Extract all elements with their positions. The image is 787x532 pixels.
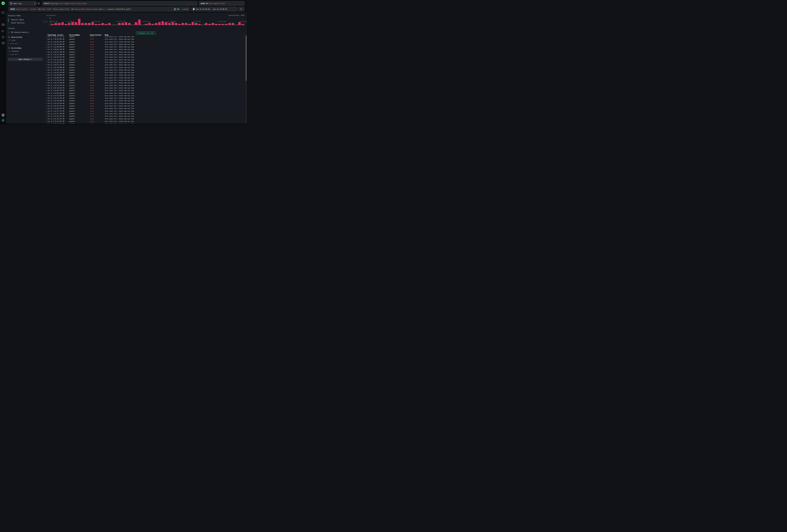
sql-language-option[interactable]: SQL	[177, 8, 180, 10]
log-search-icon[interactable]	[2, 23, 4, 26]
lucene-language-option[interactable]: Lucene	[183, 8, 188, 10]
histogram-bar[interactable]	[118, 23, 121, 25]
hyperdx-logo-icon[interactable]	[1, 2, 5, 5]
table-options-menu-icon[interactable]: ⋮	[243, 34, 245, 36]
log-table-row[interactable]: >Jun 11 1:54:26.230 PMpaymenterrorVisa c…	[45, 71, 244, 74]
row-expand-chevron-icon[interactable]: >	[46, 103, 46, 104]
log-table-row[interactable]: >Jun 11 1:56:42.995 PMpaymenterrorVisa c…	[45, 38, 244, 41]
row-expand-chevron-icon[interactable]: >	[46, 87, 46, 89]
where-filter-input[interactable]: WHERE SeverityText = 'error' AND Body IL…	[9, 7, 190, 11]
histogram-bar[interactable]	[158, 22, 161, 25]
log-table-row[interactable]: >Jun 11 1:56:08.948 PMpaymenterrorVisa c…	[45, 46, 244, 48]
row-expand-chevron-icon[interactable]: >	[46, 64, 46, 66]
histogram-bar[interactable]	[58, 23, 60, 25]
dashboards-icon[interactable]	[2, 42, 4, 44]
histogram-bar[interactable]	[221, 24, 224, 25]
row-expand-chevron-icon[interactable]: >	[46, 121, 46, 122]
order-by-input[interactable]: ORDER BY TimestampTime DESC	[199, 1, 244, 6]
histogram-bar[interactable]	[85, 23, 87, 25]
log-table-row[interactable]: >Jun 11 1:55:07.827 PMpaymenterrorVisa c…	[45, 61, 244, 64]
histogram-bar[interactable]	[152, 24, 154, 25]
log-table-row[interactable]: >Jun 11 1:56:38.534 PMpaymenterrorVisa c…	[45, 41, 244, 43]
row-expand-chevron-icon[interactable]: >	[46, 41, 46, 43]
log-table-row[interactable]: >Jun 11 1:53:00.676 PMpaymenterrorVisa c…	[45, 92, 244, 94]
row-expand-chevron-icon[interactable]: >	[46, 56, 46, 58]
log-table-row[interactable]: >Jun 11 1:52:25.630 PMpaymenterrorVisa c…	[45, 102, 244, 105]
row-expand-chevron-icon[interactable]: >	[46, 110, 46, 112]
table-scrollbar-track[interactable]	[246, 34, 247, 124]
select-columns-input[interactable]: SELECT Timestamp, ServiceName, SeverityT…	[42, 1, 197, 6]
filter-option-checkout[interactable]: checkout	[8, 50, 43, 52]
log-table-row[interactable]: >Jun 11 1:52:35.232 PMpaymenterrorVisa c…	[45, 97, 244, 100]
histogram-bar[interactable]	[225, 24, 227, 25]
mode-item-results-table[interactable]: Results Table	[8, 18, 43, 22]
histogram-bar[interactable]	[198, 24, 201, 25]
row-expand-chevron-icon[interactable]: >	[46, 38, 46, 40]
row-expand-chevron-icon[interactable]: >	[46, 54, 46, 56]
histogram-bar[interactable]	[155, 23, 157, 25]
row-expand-chevron-icon[interactable]: >	[46, 46, 46, 48]
histogram-bar[interactable]	[51, 24, 54, 25]
histogram-bar[interactable]	[232, 23, 234, 25]
histogram-bar[interactable]	[61, 22, 64, 25]
log-table-row[interactable]: >Jun 11 1:51:57.712 PMpaymenterrorVisa c…	[45, 110, 244, 112]
log-table-row[interactable]: >Jun 11 1:54:09.906 PMpaymenterrorVisa c…	[45, 74, 244, 77]
row-expand-chevron-icon[interactable]: >	[46, 115, 46, 117]
log-table-row[interactable]: >Jun 11 1:51:43.121 PMpaymenterrorVisa c…	[45, 115, 244, 118]
row-expand-chevron-icon[interactable]: >	[46, 62, 46, 63]
histogram-bar[interactable]	[212, 23, 214, 25]
row-expand-chevron-icon[interactable]: >	[46, 69, 46, 71]
histogram-bar[interactable]	[175, 23, 177, 25]
log-table-row[interactable]: >Jun 11 1:51:39.115 PMpaymenterrorVisa c…	[45, 118, 244, 120]
row-expand-chevron-icon[interactable]: >	[46, 51, 46, 53]
filter-option-info[interactable]: info	[8, 40, 43, 41]
row-expand-chevron-icon[interactable]: >	[46, 82, 46, 84]
histogram-bar[interactable]	[228, 23, 231, 25]
log-table-row[interactable]: >Jun 11 1:52:19.473 PMpaymenterrorVisa c…	[45, 105, 244, 107]
row-expand-chevron-icon[interactable]: >	[46, 80, 46, 81]
log-table-row[interactable]: >Jun 11 1:53:05.578 PMpaymenterrorVisa c…	[45, 89, 244, 92]
log-table-row[interactable]: >Jun 11 1:54:40.218 PMpaymenterrorVisa c…	[45, 69, 244, 71]
row-expand-chevron-icon[interactable]: >	[46, 108, 46, 109]
histogram-bar[interactable]	[98, 24, 101, 25]
log-table-row[interactable]: >Jun 11 1:54:43.948 PMpaymenterrorVisa c…	[45, 66, 244, 69]
row-expand-chevron-icon[interactable]: >	[46, 90, 46, 91]
panel-left-icon[interactable]	[2, 11, 4, 14]
row-expand-chevron-icon[interactable]: >	[46, 67, 46, 68]
row-expand-chevron-icon[interactable]: >	[46, 36, 46, 38]
histogram-bar[interactable]	[65, 24, 67, 25]
source-settings-gear-icon[interactable]	[37, 2, 41, 5]
histogram-bar[interactable]	[81, 23, 84, 25]
log-table-row[interactable]: >Jun 11 1:56:32.843 PMpaymenterrorVisa c…	[45, 43, 244, 46]
row-expand-chevron-icon[interactable]: >	[46, 95, 46, 97]
row-expand-chevron-icon[interactable]: >	[46, 105, 46, 107]
resume-live-tail-button[interactable]: Resume Live Tail	[136, 31, 156, 35]
histogram-bar[interactable]	[185, 23, 187, 25]
row-expand-chevron-icon[interactable]: >	[46, 92, 46, 94]
log-table-row[interactable]: >Jun 11 1:56:51.975 PMpaymenterrorVisa c…	[45, 36, 244, 38]
histogram-bar[interactable]	[101, 23, 104, 25]
filter-checkbox[interactable]	[8, 50, 10, 52]
histogram-bar[interactable]	[218, 24, 221, 25]
chart-explorer-icon[interactable]	[2, 29, 4, 32]
histogram-bar[interactable]	[75, 22, 77, 25]
histogram-bar[interactable]	[108, 23, 110, 25]
source-select[interactable]: Demo Logs	[9, 1, 37, 6]
row-expand-chevron-icon[interactable]: >	[46, 74, 46, 76]
log-table-row[interactable]: >Jun 11 1:54:06.953 PMpaymenterrorVisa c…	[45, 77, 244, 79]
sessions-laptop-icon[interactable]	[2, 36, 4, 38]
log-table-row[interactable]: >Jun 11 1:54:52.241 PMpaymenterrorVisa c…	[45, 64, 244, 66]
more-filters-button[interactable]: More filters	[8, 58, 43, 61]
histogram-bar[interactable]	[215, 24, 217, 25]
load-more-button[interactable]: Load more	[8, 43, 43, 44]
log-table-row[interactable]: >Jun 11 1:52:02.581 PMpaymenterrorVisa c…	[45, 107, 244, 110]
histogram-bar[interactable]	[168, 23, 171, 25]
log-table-row[interactable]: >Jun 11 1:51:31.415 PMpaymenterrorVisa c…	[45, 120, 244, 123]
log-table-row[interactable]: >Jun 11 1:55:51.448 PMpaymenterrorVisa c…	[45, 54, 244, 56]
load-more-button[interactable]: Load more	[8, 54, 43, 55]
histogram-bar[interactable]	[195, 23, 197, 25]
log-table-row[interactable]: >Jun 11 1:56:03.248 PMpaymenterrorVisa c…	[45, 48, 244, 51]
row-expand-chevron-icon[interactable]: >	[46, 98, 46, 99]
log-table-row[interactable]: >Jun 11 1:53:26.250 PMpaymenterrorVisa c…	[45, 82, 244, 84]
row-expand-chevron-icon[interactable]: >	[46, 72, 46, 73]
